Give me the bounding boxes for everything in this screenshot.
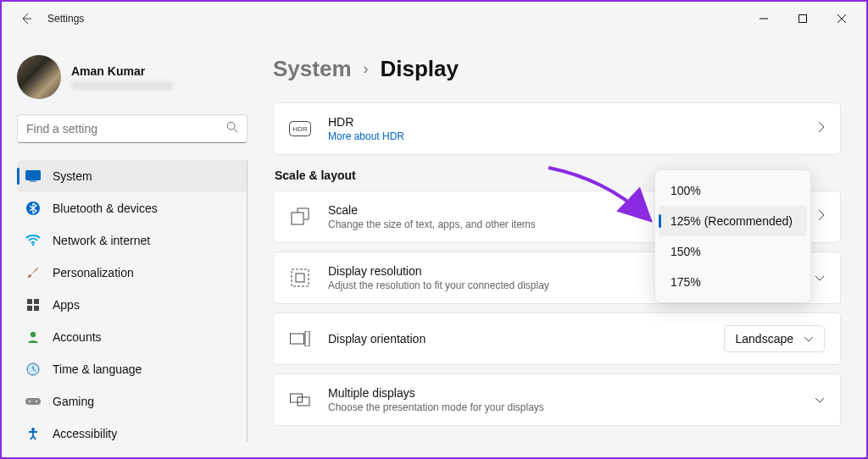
svg-rect-3 <box>30 181 36 182</box>
accessibility-icon <box>25 426 41 441</box>
breadcrumb: System › Display <box>273 56 841 82</box>
svg-rect-6 <box>27 299 32 304</box>
svg-rect-12 <box>25 398 41 405</box>
hdr-title: HDR <box>328 115 404 129</box>
chevron-right-icon: › <box>364 60 369 78</box>
wifi-icon <box>25 233 41 248</box>
svg-rect-9 <box>34 306 39 311</box>
svg-rect-19 <box>292 269 309 286</box>
chevron-right-icon <box>818 121 825 136</box>
orientation-value: Landscape <box>735 332 793 346</box>
nav-label: Bluetooth & devices <box>53 202 158 215</box>
nav-network[interactable]: Network & internet <box>17 224 248 257</box>
option-label: 100% <box>670 184 701 197</box>
resolution-icon <box>289 267 311 289</box>
scale-dropdown[interactable]: 100% 125% (Recommended) 150% 175% <box>654 169 811 303</box>
scale-icon <box>289 206 311 228</box>
arrow-left-icon <box>19 12 33 25</box>
svg-rect-0 <box>799 15 807 23</box>
nav-accessibility[interactable]: Accessibility <box>17 418 248 450</box>
search-icon <box>226 121 238 136</box>
nav-system[interactable]: System <box>17 160 248 192</box>
search-box[interactable] <box>17 114 248 143</box>
svg-rect-8 <box>27 306 32 311</box>
clock-icon <box>25 362 41 377</box>
chevron-down-icon <box>804 332 814 346</box>
brush-icon <box>25 265 41 280</box>
nav-personalization[interactable]: Personalization <box>17 257 248 289</box>
scale-sub: Change the size of text, apps, and other… <box>328 218 536 230</box>
orientation-icon <box>289 328 311 350</box>
back-button[interactable] <box>14 6 39 31</box>
option-label: 175% <box>670 275 701 289</box>
minimize-button[interactable] <box>744 6 783 31</box>
nav-label: Accounts <box>53 330 102 344</box>
chevron-down-icon <box>815 392 825 407</box>
orientation-card[interactable]: Display orientation Landscape <box>273 312 841 365</box>
svg-rect-23 <box>291 394 303 402</box>
svg-rect-24 <box>298 397 309 406</box>
nav-label: Network & internet <box>53 234 150 247</box>
svg-text:HDR: HDR <box>292 125 308 133</box>
orientation-title: Display orientation <box>328 332 426 346</box>
nav-bluetooth[interactable]: Bluetooth & devices <box>17 192 248 224</box>
chevron-down-icon <box>815 270 825 285</box>
svg-point-5 <box>32 244 35 246</box>
minimize-icon <box>760 14 768 23</box>
search-input[interactable] <box>26 122 226 135</box>
profile-name: Aman Kumar <box>71 64 173 78</box>
titlebar: Settings <box>2 2 866 36</box>
nav-label: System <box>53 169 92 183</box>
multiple-sub: Choose the presentation mode for your di… <box>328 401 544 413</box>
svg-point-13 <box>29 401 31 402</box>
nav: System Bluetooth & devices Network & int… <box>17 160 248 459</box>
option-label: 125% (Recommended) <box>670 214 793 228</box>
scale-option-150[interactable]: 150% <box>659 236 807 267</box>
nav-label: Personalization <box>53 266 134 279</box>
svg-point-1 <box>227 122 235 130</box>
nav-gaming[interactable]: Gaming <box>17 385 248 418</box>
resolution-sub: Adjust the resolution to fit your connec… <box>328 279 549 291</box>
maximize-icon <box>798 14 807 23</box>
scale-option-175[interactable]: 175% <box>659 267 807 297</box>
hdr-icon: HDR <box>289 118 311 140</box>
nav-time-language[interactable]: Time & language <box>17 353 248 385</box>
nav-label: Accessibility <box>53 427 117 440</box>
person-icon <box>25 329 41 345</box>
svg-point-10 <box>31 332 36 337</box>
svg-rect-20 <box>296 274 304 282</box>
hdr-link[interactable]: More about HDR <box>328 130 404 142</box>
profile-email-blur <box>71 81 173 90</box>
chevron-right-icon <box>818 209 825 224</box>
svg-rect-22 <box>305 331 309 346</box>
app-title: Settings <box>47 13 84 25</box>
svg-rect-2 <box>26 171 41 180</box>
avatar <box>17 55 61 99</box>
scale-option-100[interactable]: 100% <box>659 175 807 206</box>
nav-accounts[interactable]: Accounts <box>17 321 248 353</box>
svg-point-14 <box>36 401 37 402</box>
gaming-icon <box>25 394 41 409</box>
svg-rect-7 <box>34 299 39 304</box>
orientation-select[interactable]: Landscape <box>724 325 825 352</box>
breadcrumb-parent[interactable]: System <box>273 56 352 82</box>
nav-apps[interactable]: Apps <box>17 289 248 321</box>
multiple-displays-card[interactable]: Multiple displays Choose the presentatio… <box>273 373 841 426</box>
resolution-title: Display resolution <box>328 264 549 278</box>
close-button[interactable] <box>822 6 861 31</box>
scale-title: Scale <box>328 203 536 217</box>
breadcrumb-leaf: Display <box>381 56 459 82</box>
nav-label: Apps <box>53 298 80 312</box>
multiple-displays-icon <box>289 389 311 411</box>
hdr-card[interactable]: HDR HDR More about HDR <box>273 102 841 155</box>
nav-label: Time & language <box>53 362 142 376</box>
svg-rect-18 <box>292 213 303 224</box>
apps-icon <box>25 297 41 312</box>
maximize-button[interactable] <box>783 6 822 31</box>
system-icon <box>25 169 41 184</box>
scale-option-125[interactable]: 125% (Recommended) <box>659 206 807 236</box>
nav-label: Gaming <box>53 395 94 408</box>
profile-block[interactable]: Aman Kumar <box>17 55 248 99</box>
window-controls <box>744 6 861 31</box>
multiple-title: Multiple displays <box>328 386 544 400</box>
